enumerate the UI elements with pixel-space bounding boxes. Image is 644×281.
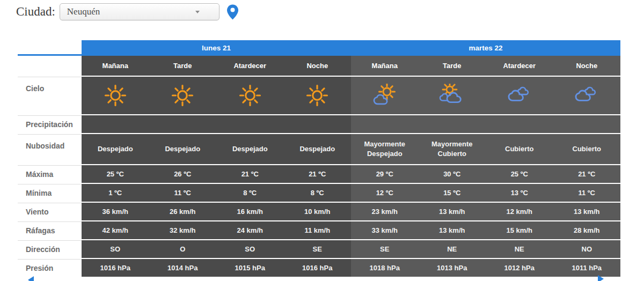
forecast-cell bbox=[284, 115, 352, 133]
period-header: Mañana bbox=[82, 56, 149, 76]
forecast-cell bbox=[351, 115, 419, 133]
row-label: Nubosidad bbox=[18, 134, 82, 164]
forecast-cell: 1014 hPa bbox=[149, 259, 217, 277]
forecast-cell: Despejado bbox=[149, 134, 217, 164]
forecast-cell: SO bbox=[216, 240, 284, 258]
period-header: Atardecer bbox=[486, 56, 553, 76]
forecast-cell: 1012 hPa bbox=[486, 259, 553, 277]
forecast-cell: 12 ºC bbox=[351, 184, 419, 202]
forecast-cell: 1013 hPa bbox=[419, 259, 486, 277]
row-direccion: Dirección SO O SO SE SE NE NE NO bbox=[18, 240, 620, 258]
forecast-cell: 42 km/h bbox=[82, 221, 149, 239]
row-label: Ráfagas bbox=[18, 221, 82, 239]
forecast-cell: 33 km/h bbox=[351, 221, 419, 239]
forecast-cell: 24 km/h bbox=[216, 221, 284, 239]
period-header: Tarde bbox=[419, 56, 486, 76]
geolocate-button[interactable] bbox=[227, 4, 238, 20]
forecast-cell: 21 ºC bbox=[284, 165, 352, 183]
forecast-cell: 1016 hPa bbox=[284, 259, 352, 277]
forecast-cell: 11 ºC bbox=[149, 184, 217, 202]
forecast-cell: 15 ºC bbox=[419, 184, 486, 202]
row-label: Precipitación bbox=[18, 115, 82, 133]
forecast-cell: 11 ºC bbox=[553, 184, 621, 202]
forecast-cell: NO bbox=[553, 240, 621, 258]
forecast-cell: 25 ºC bbox=[82, 165, 149, 183]
forecast-cell: SE bbox=[351, 240, 419, 258]
forecast-cell: 26 ºC bbox=[149, 165, 217, 183]
chevron-down-icon bbox=[195, 11, 200, 13]
forecast-cell bbox=[82, 115, 149, 133]
forecast-cell: 1011 hPa bbox=[553, 259, 621, 277]
forecast-cell: 36 km/h bbox=[82, 203, 149, 220]
forecast-cell: SE bbox=[284, 240, 352, 258]
day-header-gutter bbox=[18, 40, 82, 56]
day-header-row: lunes 21 martes 22 bbox=[18, 40, 620, 56]
forecast-cell: Despejado bbox=[284, 134, 352, 164]
forecast-cell: 1018 hPa bbox=[351, 259, 419, 277]
forecast-cell: 13 km/h bbox=[419, 203, 486, 220]
forecast-cell: 1015 hPa bbox=[216, 259, 284, 277]
forecast-cell: 8 ºC bbox=[284, 184, 352, 202]
forecast-cell: 10 km/h bbox=[284, 203, 352, 220]
city-select[interactable]: Neuquén bbox=[60, 3, 219, 20]
forecast-cell: 15 km/h bbox=[486, 221, 553, 239]
forecast-cell: 11 km/h bbox=[284, 221, 352, 239]
clouds-icon bbox=[553, 77, 621, 114]
forecast-cell: NE bbox=[486, 240, 553, 258]
sun-icon bbox=[149, 77, 217, 114]
row-label: Cielo bbox=[18, 77, 82, 114]
forecast-cell: 26 km/h bbox=[149, 203, 217, 220]
forecast-cell: 21 ºC bbox=[553, 165, 621, 183]
chevron-right-icon[interactable] bbox=[598, 275, 604, 281]
row-nubosidad: Nubosidad Despejado Despejado Despejado … bbox=[18, 134, 620, 164]
forecast-cell: Mayormente Cubierto bbox=[419, 134, 486, 164]
forecast-cell: 13 km/h bbox=[553, 203, 621, 220]
forecast-cell: 8 ºC bbox=[216, 184, 284, 202]
forecast-cell bbox=[486, 115, 553, 133]
sun-icon bbox=[216, 77, 284, 114]
row-label: Máxima bbox=[18, 165, 82, 183]
forecast-cell: Mayormente Despejado bbox=[351, 134, 419, 164]
period-header: Atardecer bbox=[216, 56, 284, 76]
forecast-cell bbox=[149, 115, 217, 133]
sun-icon bbox=[284, 77, 352, 114]
forecast-cell bbox=[553, 115, 621, 133]
forecast-cell: SO bbox=[82, 240, 149, 258]
period-header: Mañana bbox=[351, 56, 419, 76]
chevron-left-icon[interactable] bbox=[28, 276, 34, 281]
sun-behind-cloud-icon bbox=[351, 77, 419, 114]
forecast-cell: 16 km/h bbox=[216, 203, 284, 220]
period-header: Noche bbox=[553, 56, 621, 76]
city-selector-bar: Ciudad: Neuquén bbox=[16, 3, 238, 20]
forecast-cell: 13 km/h bbox=[419, 221, 486, 239]
row-label: Mínima bbox=[18, 184, 82, 202]
forecast-cell: 23 km/h bbox=[351, 203, 419, 220]
row-precipitacion: Precipitación bbox=[18, 115, 620, 133]
forecast-cell: 12 km/h bbox=[486, 203, 553, 220]
sun-behind-clouds-icon bbox=[419, 77, 486, 114]
row-cielo: Cielo bbox=[18, 77, 620, 114]
city-select-value: Neuquén bbox=[60, 6, 100, 17]
forecast-cell: 13 ºC bbox=[486, 184, 553, 202]
location-pin-icon bbox=[227, 4, 238, 20]
forecast-cell: NE bbox=[419, 240, 486, 258]
row-maxima: Máxima 25 ºC 26 ºC 21 ºC 21 ºC 29 ºC 30 … bbox=[18, 165, 620, 183]
forecast-cell: Cubierto bbox=[553, 134, 621, 164]
forecast-cell: 1 ºC bbox=[82, 184, 149, 202]
day-header-martes: martes 22 bbox=[351, 40, 620, 56]
forecast-cell: 25 ºC bbox=[486, 165, 553, 183]
forecast-table: lunes 21 martes 22 Mañana Tarde Atardece… bbox=[18, 40, 620, 277]
row-minima: Mínima 1 ºC 11 ºC 8 ºC 8 ºC 12 ºC 15 ºC … bbox=[18, 184, 620, 202]
row-presion: Presión 1016 hPa 1014 hPa 1015 hPa 1016 … bbox=[18, 259, 620, 277]
forecast-cell: 21 ºC bbox=[216, 165, 284, 183]
row-label: Dirección bbox=[18, 240, 82, 258]
city-label: Ciudad: bbox=[16, 5, 55, 19]
period-header: Tarde bbox=[149, 56, 217, 76]
row-rafagas: Ráfagas 42 km/h 32 km/h 24 km/h 11 km/h … bbox=[18, 221, 620, 239]
forecast-cell: 1016 hPa bbox=[82, 259, 149, 277]
row-label: Viento bbox=[18, 203, 82, 220]
forecast-cell bbox=[419, 115, 486, 133]
period-header: Noche bbox=[284, 56, 352, 76]
forecast-cell: 29 ºC bbox=[351, 165, 419, 183]
forecast-cell: Despejado bbox=[216, 134, 284, 164]
